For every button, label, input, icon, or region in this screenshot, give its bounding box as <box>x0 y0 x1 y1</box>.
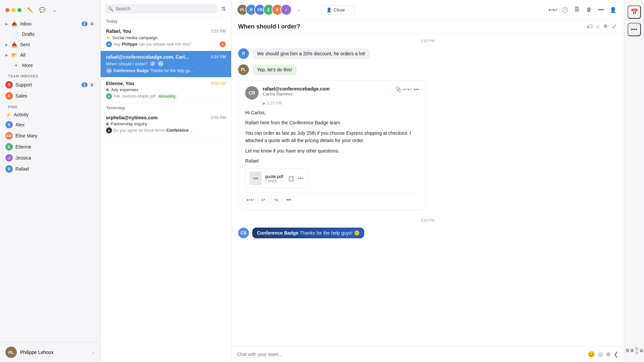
compose-icon[interactable]: ✏️ <box>25 5 35 15</box>
emoji-icon[interactable]: 😊 <box>588 351 595 358</box>
chat-icon[interactable]: 💬 <box>38 5 47 15</box>
more-toolbar-btn[interactable]: ••• <box>283 195 294 204</box>
starred-icon: ★ <box>106 35 110 40</box>
search-input[interactable] <box>115 6 214 11</box>
profile-chevron-icon: ⌄ <box>92 350 95 355</box>
subject-bar: When should I order? 🏷 ☆ 👁 ✓ <box>231 20 624 34</box>
sidebar-item-alex[interactable]: A Alex <box>3 119 98 130</box>
participant-avatars: PL R CB E A + <box>237 4 292 15</box>
more-options-icon[interactable]: ••• <box>596 4 606 15</box>
card-actions: 📎 ↩↩ ••• <box>395 86 419 93</box>
calendar-icon[interactable]: 📅 <box>628 5 641 19</box>
date-today: Today <box>101 16 231 25</box>
reply-toolbar-btn[interactable]: ↩ <box>258 195 269 204</box>
conference-badge-text: Thanks for the help guys! 🙂 <box>300 230 360 236</box>
rafael-avatar: R <box>5 165 13 173</box>
conference-badge-message: CB Conference Badge Thanks for the help … <box>238 228 439 238</box>
archive-icon[interactable]: 🗄 <box>572 4 582 15</box>
message-item: R We should give him a 20% discount, he … <box>238 48 439 59</box>
chat-input-bar: 😊 ◎ ⊕ ❮ <box>231 346 624 362</box>
message-bubble-2: Yep, let's do this! <box>252 64 297 75</box>
sidebar: ✏️ 💬 ⌄ ▶ 📥 Inbox 2 4 📄 Drafts ▶ 📤 Sent ▶… <box>0 0 101 362</box>
elise-mary-label: Elise Mary <box>15 133 95 138</box>
sidebar-item-inbox[interactable]: ▶ 📥 Inbox 2 4 <box>3 19 98 29</box>
sidebar-item-support[interactable]: S Support 1 6 <box>3 79 98 90</box>
trash-icon[interactable]: 🗑 <box>584 4 594 15</box>
email-time: 3:34 PM <box>211 55 226 59</box>
plus-icon: ＋ <box>13 62 19 69</box>
mention-icon[interactable]: ◎ <box>598 351 603 358</box>
pdf-icon: PDF <box>250 172 262 185</box>
expand-icon: ▶ <box>5 22 8 26</box>
header-actions: ↩↩ 🕐 🗄 🗑 ••• 👤 <box>547 4 619 15</box>
chevron-down-icon[interactable]: ⌄ <box>50 5 59 15</box>
email-item-social-media[interactable]: Rafael, You 3:53 PM ★ Social media campa… <box>101 25 231 51</box>
sidebar-item-more[interactable]: ＋ More <box>3 60 98 70</box>
maximize-window-button[interactable] <box>17 8 21 12</box>
email-card: CR rafael@conferencebadge.com Carlos Ram… <box>238 80 426 210</box>
participants-chevron-icon[interactable]: ⌄ <box>297 7 301 12</box>
email-item-partnership[interactable]: orphelia@nytimes.com 3:50 PM Partnership… <box>101 112 231 137</box>
reply-all-card-icon[interactable]: ↩↩ <box>403 86 412 93</box>
unread-dot-2 <box>106 123 109 125</box>
inbox-badge-1: 2 <box>82 21 88 26</box>
preview-avatar: R <box>106 41 112 47</box>
accounting-tag: Accounting <box>157 94 177 99</box>
more-vertical-icon[interactable]: ••• <box>628 23 641 36</box>
sidebar-item-drafts[interactable]: 📄 Drafts <box>3 29 98 39</box>
sidebar-item-sent[interactable]: ▶ 📤 Sent <box>3 40 98 50</box>
sidebar-item-sales[interactable]: S Sales <box>3 90 98 101</box>
email-time: 3:53 PM <box>211 29 226 34</box>
more-attachment-icon[interactable]: ••• <box>298 175 304 181</box>
sidebar-item-rafael[interactable]: R Rafael <box>3 164 98 174</box>
filter-icon[interactable]: ⇅ <box>220 4 227 13</box>
star-icon[interactable]: ☆ <box>595 23 600 30</box>
attachment-item[interactable]: PDF quote.pdf 7.99KB 📋 ••• <box>245 169 308 188</box>
email-preview: R Hey Philippe can you please look into … <box>106 41 226 47</box>
reply-all-icon[interactable]: ↩↩ <box>547 4 558 15</box>
eye-icon[interactable]: 👁 <box>603 23 609 30</box>
reply-all-toolbar-btn[interactable]: ↩↩ <box>245 195 256 204</box>
copy-icon[interactable]: 📋 <box>288 175 294 182</box>
person-icon: 👤 <box>326 7 332 12</box>
email-preview: N Do you agree on those terms Conference… <box>106 127 226 133</box>
minimize-window-button[interactable] <box>11 8 15 12</box>
chat-input[interactable] <box>237 352 584 357</box>
email-item-when-order[interactable]: rafael@conferencebadge.com, Carl... 3:34… <box>101 51 231 77</box>
support-badge-1: 1 <box>82 82 88 87</box>
add-icon[interactable]: ⊕ <box>606 351 611 358</box>
close-window-button[interactable] <box>5 8 9 12</box>
sidebar-item-etienne[interactable]: E Etienne <box>3 141 98 152</box>
forward-toolbar-btn[interactable]: ↪ <box>271 195 281 204</box>
attachment-icon[interactable]: 📎 <box>395 86 402 93</box>
email-time: 8:00 AM <box>211 81 226 86</box>
search-bar: 🔍 ⇅ <box>101 0 231 16</box>
support-badges: 1 6 <box>82 82 95 87</box>
sales-label: Sales <box>15 93 95 99</box>
person-icon[interactable]: 👤 <box>608 4 619 15</box>
expand-icon: ▶ <box>5 43 8 47</box>
more-card-icon[interactable]: ••• <box>413 86 419 93</box>
collapse-icon[interactable]: ❮ <box>613 351 619 358</box>
close-button[interactable]: 👤 Close ⌄ <box>322 5 355 14</box>
email-item-july-expenses[interactable]: Etienne, You 8:00 AM July expenses E Fil… <box>101 77 231 103</box>
user-profile-button[interactable]: PL Philippe Lehoux ⌄ <box>0 342 100 362</box>
more-label: More <box>22 63 95 68</box>
sidebar-item-jessica[interactable]: J Jessica <box>3 153 98 163</box>
search-box[interactable]: 🔍 <box>105 4 217 13</box>
clock-icon[interactable]: 🕐 <box>559 4 570 15</box>
sidebar-nav: ▶ 📥 Inbox 2 4 📄 Drafts ▶ 📤 Sent ▶ 📂 All … <box>0 17 100 342</box>
tag-icon[interactable]: 🏷 <box>587 23 593 30</box>
alex-avatar: A <box>5 121 13 128</box>
check-icon[interactable]: ✓ <box>611 22 617 31</box>
close-label: Close <box>334 7 345 12</box>
sidebar-item-all[interactable]: ▶ 📂 All <box>3 50 98 60</box>
sidebar-item-activity[interactable]: ⚡ Activity <box>3 110 98 119</box>
jessica-label: Jessica <box>15 155 95 161</box>
sidebar-item-elise-mary[interactable]: EM Elise Mary <box>3 130 98 141</box>
date-yesterday: Yesterday <box>101 103 231 112</box>
etienne-preview-avatar: E <box>106 93 112 99</box>
nytimes-avatar: N <box>106 127 112 133</box>
alex-label: Alex <box>15 122 95 127</box>
elise-mary-avatar: EM <box>5 132 13 139</box>
